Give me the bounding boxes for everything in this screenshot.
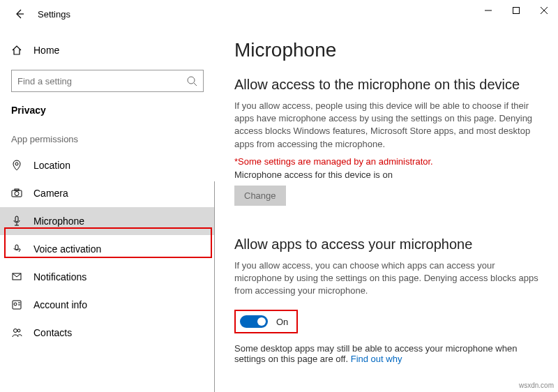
sidebar-item-notifications[interactable]: Notifications xyxy=(0,263,215,291)
microphone-icon xyxy=(11,216,22,227)
section1-desc: If you allow access, people using this d… xyxy=(234,100,538,151)
sidebar-item-location[interactable]: Location xyxy=(0,151,215,179)
sidebar-divider xyxy=(214,181,215,392)
arrow-left-icon xyxy=(14,8,25,20)
toggle-knob xyxy=(257,317,266,326)
admin-warning: *Some settings are managed by an adminis… xyxy=(234,156,538,167)
svg-line-5 xyxy=(194,83,197,86)
camera-icon xyxy=(11,188,22,199)
minimize-button[interactable] xyxy=(474,0,502,21)
svg-point-17 xyxy=(14,329,17,333)
category-label: Privacy xyxy=(0,102,215,128)
voice-icon xyxy=(11,243,22,255)
location-icon xyxy=(11,160,22,171)
section2-title: Allow apps to access your microphone xyxy=(234,236,538,252)
account-icon xyxy=(11,299,22,310)
sidebar-item-label: Location xyxy=(33,160,70,171)
home-icon xyxy=(11,45,22,56)
back-button[interactable] xyxy=(11,6,28,22)
maximize-icon xyxy=(513,7,520,14)
svg-rect-9 xyxy=(15,189,19,190)
sidebar-item-microphone[interactable]: Microphone xyxy=(0,207,215,235)
sidebar-item-label: Voice activation xyxy=(33,243,101,255)
change-button[interactable]: Change xyxy=(234,186,286,206)
find-out-why-link[interactable]: Find out why xyxy=(351,354,402,364)
toggle-label: On xyxy=(276,317,288,327)
sidebar-item-label: Notifications xyxy=(33,271,86,282)
svg-point-18 xyxy=(17,329,20,332)
sidebar-item-label: Microphone xyxy=(33,216,84,227)
svg-point-6 xyxy=(15,163,18,165)
search-input[interactable] xyxy=(17,76,186,86)
svg-point-8 xyxy=(15,192,19,196)
window-title: Settings xyxy=(38,9,70,20)
sidebar: Home Privacy App permissions Location Ca… xyxy=(0,28,215,392)
section2-desc: If you allow access, you can choose whic… xyxy=(234,259,538,298)
minimize-icon xyxy=(485,7,492,14)
svg-point-4 xyxy=(188,77,195,84)
group-label: App permissions xyxy=(0,128,215,151)
device-status: Microphone access for this device is on xyxy=(234,169,538,180)
sidebar-item-label: Account info xyxy=(33,299,87,310)
section1-title: Allow access to the microphone on this d… xyxy=(234,77,538,93)
sidebar-item-label: Camera xyxy=(33,188,68,199)
notifications-icon xyxy=(11,271,22,282)
search-input-wrap[interactable] xyxy=(11,70,204,92)
home-link[interactable]: Home xyxy=(0,39,215,61)
page-title: Microphone xyxy=(234,39,538,61)
sidebar-item-label: Contacts xyxy=(33,327,72,338)
close-icon xyxy=(541,7,548,14)
maximize-button[interactable] xyxy=(502,0,530,21)
home-label: Home xyxy=(33,45,59,56)
desktop-apps-note: Some desktop apps may still be able to a… xyxy=(234,343,538,364)
sidebar-item-contacts[interactable]: Contacts xyxy=(0,319,215,347)
toggle-highlight: On xyxy=(234,310,298,333)
sidebar-item-voice-activation[interactable]: Voice activation xyxy=(0,235,215,263)
watermark: wsxdn.com xyxy=(519,382,554,389)
main-content: Microphone Allow access to the microphon… xyxy=(215,28,558,392)
sidebar-item-account-info[interactable]: Account info xyxy=(0,291,215,319)
svg-point-14 xyxy=(14,303,17,306)
contacts-icon xyxy=(11,327,22,338)
svg-rect-11 xyxy=(15,245,18,250)
svg-rect-10 xyxy=(15,216,18,222)
close-button[interactable] xyxy=(530,0,558,21)
apps-access-toggle[interactable] xyxy=(240,315,268,328)
search-icon xyxy=(186,75,197,86)
sidebar-item-camera[interactable]: Camera xyxy=(0,179,215,207)
svg-rect-1 xyxy=(513,8,520,14)
